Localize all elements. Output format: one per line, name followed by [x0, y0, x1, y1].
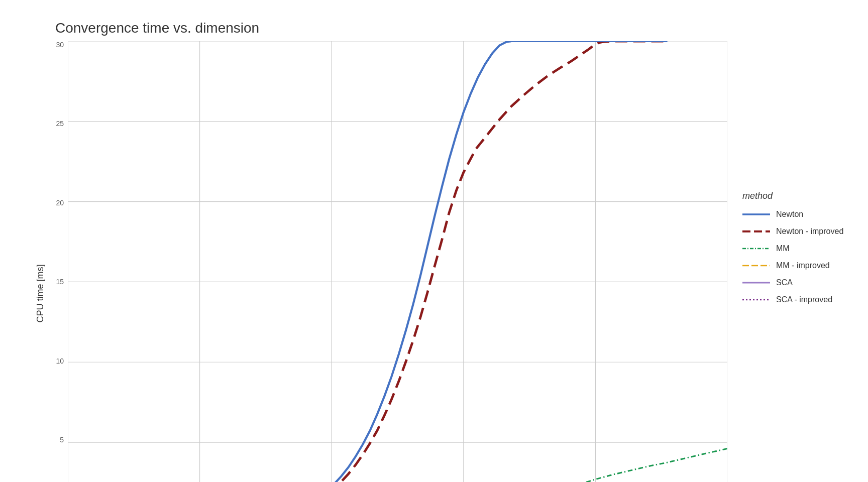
svg-rect-0 [68, 41, 727, 482]
y-axis-label-wrapper: CPU time [ms] [30, 41, 50, 482]
y-tick-30: 30 [56, 41, 64, 48]
y-tick-25: 25 [56, 120, 64, 127]
plot-area: 0 5 10 15 20 25 30 [50, 41, 727, 482]
legend-line-mm [742, 244, 770, 254]
legend-item-mm: MM [742, 244, 858, 254]
plot-and-yaxis: 0 5 10 15 20 25 30 [50, 41, 727, 482]
y-axis-label: CPU time [ms] [35, 265, 46, 323]
y-ticks: 0 5 10 15 20 25 30 [50, 41, 68, 482]
chart-container: Convergence time vs. dimension CPU time … [0, 0, 868, 482]
legend-title: method [742, 191, 858, 201]
chart-inner: CPU time [ms] 0 5 10 15 20 25 30 [30, 41, 727, 482]
svg-wrapper [68, 41, 727, 482]
y-tick-15: 15 [56, 278, 64, 285]
legend-line-sca [742, 278, 770, 288]
legend-line-sca-improved [742, 295, 770, 305]
legend-line-newton-improved [742, 226, 770, 236]
legend-item-mm-improved: MM - improved [742, 261, 858, 271]
legend-label-mm-improved: MM - improved [776, 261, 830, 270]
legend-line-newton [742, 209, 770, 219]
legend-item-newton: Newton [742, 209, 858, 219]
legend-label-sca: SCA [776, 278, 793, 287]
legend-line-mm-improved [742, 261, 770, 271]
chart-area: Convergence time vs. dimension CPU time … [30, 20, 727, 452]
legend-item-sca: SCA [742, 278, 858, 288]
legend-label-newton-improved: Newton - improved [776, 227, 843, 236]
y-tick-20: 20 [56, 199, 64, 206]
chart-title: Convergence time vs. dimension [55, 20, 727, 36]
y-tick-5: 5 [60, 436, 64, 443]
chart-svg [68, 41, 727, 482]
legend-label-sca-improved: SCA - improved [776, 295, 832, 304]
legend-item-sca-improved: SCA - improved [742, 295, 858, 305]
legend-label-mm: MM [776, 244, 790, 253]
y-tick-10: 10 [56, 357, 64, 365]
legend: method Newton Newton - improved MM [727, 20, 858, 452]
legend-item-newton-improved: Newton - improved [742, 226, 858, 236]
legend-label-newton: Newton [776, 210, 803, 219]
